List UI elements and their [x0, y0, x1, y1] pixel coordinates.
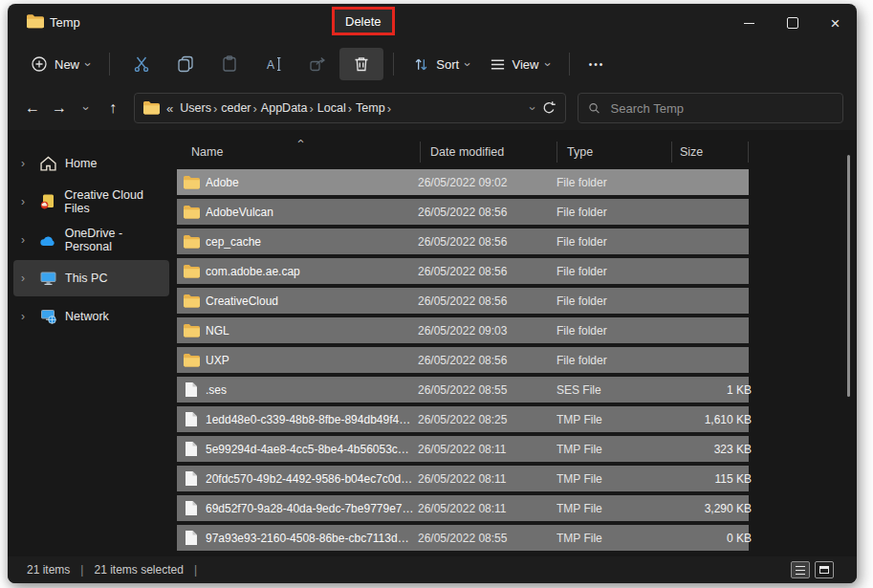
file-row[interactable]: AdobeVulcan 26/05/2022 08:56 File folder: [177, 199, 749, 225]
view-lines-icon: [490, 56, 506, 73]
column-header-name[interactable]: Name ›: [177, 142, 421, 163]
items-count: 21 items: [27, 563, 70, 577]
sort-button[interactable]: Sort ›: [404, 51, 479, 78]
sidebar-item[interactable]: › Network: [13, 298, 169, 335]
file-row[interactable]: 5e99294d-4ae8-4cc5-8be4-4b56053cbad2... …: [177, 436, 749, 462]
search-box[interactable]: [578, 93, 843, 123]
view-toggles: [791, 561, 834, 578]
file-type: TMP File: [557, 502, 673, 515]
this-pc-icon: [39, 271, 56, 287]
file-size: 3,290 KB: [673, 502, 761, 515]
column-header-type[interactable]: Type: [557, 142, 672, 163]
breadcrumb-item[interactable]: Local: [317, 101, 346, 115]
view-button[interactable]: View ›: [480, 51, 559, 78]
delete-button[interactable]: [339, 48, 383, 80]
file-name: cep_cache: [206, 235, 418, 249]
close-button[interactable]: ×: [814, 4, 857, 42]
new-button[interactable]: New ›: [21, 50, 99, 78]
sidebar-item-label: OneDrive - Personal: [65, 227, 169, 253]
column-header-size[interactable]: Size: [672, 142, 749, 163]
breadcrumb-item[interactable]: Temp: [356, 101, 385, 115]
file-row[interactable]: 1edd48e0-c339-48b8-8fbe-894db49f4ee6... …: [177, 406, 749, 432]
delete-tooltip-highlighted: Delete: [332, 7, 395, 35]
address-row: ← → › ↑ « Users › ceder › AppData › Loca…: [8, 86, 857, 130]
chevron-down-icon: ›: [82, 62, 95, 66]
file-name: 69d52f70-9a28-40da-9edc-7be9779e7fe4...: [206, 502, 418, 515]
file-row[interactable]: CreativeCloud 26/05/2022 08:56 File fold…: [177, 288, 749, 314]
file-row[interactable]: Adobe 26/05/2022 09:02 File folder: [177, 169, 749, 195]
onedrive-icon: [39, 232, 56, 249]
file-row[interactable]: com.adobe.ae.cap 26/05/2022 08:56 File f…: [177, 258, 749, 284]
chevron-right-icon[interactable]: ›: [21, 272, 31, 285]
vertical-scrollbar[interactable]: [847, 155, 850, 397]
file-icon: [177, 412, 206, 426]
details-view-button[interactable]: [791, 561, 810, 578]
file-type: TMP File: [557, 443, 673, 456]
file-type: TMP File: [557, 413, 673, 426]
file-type: SES File: [557, 383, 673, 397]
file-icon: [177, 442, 206, 456]
chevron-right-icon[interactable]: ›: [21, 310, 31, 323]
file-row[interactable]: NGL 26/05/2022 09:03 File folder: [177, 317, 749, 343]
breadcrumb-item[interactable]: Users: [180, 101, 211, 115]
refresh-icon[interactable]: [541, 100, 557, 116]
file-date-modified: 26/05/2022 08:11: [418, 472, 557, 486]
creative-cloud-icon: [39, 194, 56, 210]
file-date-modified: 26/05/2022 08:11: [418, 443, 557, 456]
file-type: TMP File: [557, 532, 673, 545]
titlebar: Temp Delete ×: [8, 4, 857, 42]
file-name: UXP: [206, 354, 418, 367]
address-dropdown-chevron-icon[interactable]: ›: [526, 106, 538, 110]
sort-arrows-icon: [413, 56, 429, 73]
svg-text:A: A: [267, 58, 274, 72]
file-size: 1 KB: [673, 383, 761, 397]
folder-icon: [177, 324, 206, 338]
maximize-button[interactable]: [771, 4, 814, 42]
sort-button-label: Sort: [436, 57, 459, 72]
delete-tooltip-label: Delete: [345, 14, 382, 29]
sidebar-item[interactable]: › Home: [13, 145, 169, 182]
share-icon: [309, 55, 326, 73]
column-header-date-modified[interactable]: Date modified: [421, 142, 557, 163]
search-input[interactable]: [609, 100, 833, 117]
thumbnail-view-button[interactable]: [815, 561, 834, 578]
minimize-button[interactable]: [728, 4, 771, 42]
file-name: AdobeVulcan: [206, 206, 418, 219]
address-bar[interactable]: « Users › ceder › AppData › Local › Temp…: [134, 93, 566, 123]
chevron-right-icon[interactable]: ›: [21, 157, 31, 170]
cut-button[interactable]: [120, 48, 164, 80]
file-row[interactable]: 20fdc570-49b2-4492-9586-b04ec7c0d492... …: [177, 466, 749, 491]
see-more-button[interactable]: •••: [579, 59, 615, 70]
paste-button[interactable]: [207, 48, 251, 80]
sidebar-item[interactable]: › Creative Cloud Files: [13, 184, 169, 220]
copy-button[interactable]: [164, 48, 207, 80]
chevron-right-icon[interactable]: ›: [21, 233, 31, 247]
file-rows: Adobe 26/05/2022 09:02 File folder Adobe…: [177, 169, 749, 555]
file-date-modified: 26/05/2022 08:56: [418, 294, 557, 308]
forward-button[interactable]: →: [46, 94, 73, 122]
up-button[interactable]: ↑: [99, 94, 126, 122]
recent-locations-chevron-icon[interactable]: ›: [80, 106, 93, 110]
breadcrumb-separator: ›: [253, 101, 257, 116]
sidebar-item[interactable]: › OneDrive - Personal: [13, 222, 169, 258]
collapsed-path-icon[interactable]: «: [166, 101, 173, 116]
chevron-right-icon[interactable]: ›: [21, 195, 31, 208]
file-type: File folder: [557, 265, 673, 278]
folder-icon: [27, 14, 44, 29]
breadcrumb-separator: ›: [387, 101, 391, 116]
file-name: NGL: [206, 324, 418, 338]
plus-circle-icon: [31, 55, 48, 73]
sidebar-item[interactable]: › This PC: [13, 260, 169, 296]
share-button[interactable]: [295, 48, 339, 80]
breadcrumb-item[interactable]: ceder: [221, 101, 251, 115]
rename-button[interactable]: A: [251, 48, 295, 80]
file-row[interactable]: 69d52f70-9a28-40da-9edc-7be9779e7fe4... …: [177, 495, 749, 521]
file-row[interactable]: UXP 26/05/2022 08:56 File folder: [177, 347, 749, 373]
file-row[interactable]: .ses 26/05/2022 08:55 SES File 1 KB: [177, 377, 749, 403]
file-row[interactable]: 97a93e93-2160-4508-86be-cbc7113dc059... …: [177, 525, 749, 551]
file-row[interactable]: cep_cache 26/05/2022 08:56 File folder: [177, 229, 749, 254]
breadcrumb-item[interactable]: AppData: [261, 101, 308, 115]
file-explorer-window: Temp Delete × New ›: [8, 4, 857, 583]
back-button[interactable]: ←: [19, 94, 46, 122]
file-type: File folder: [557, 294, 673, 308]
